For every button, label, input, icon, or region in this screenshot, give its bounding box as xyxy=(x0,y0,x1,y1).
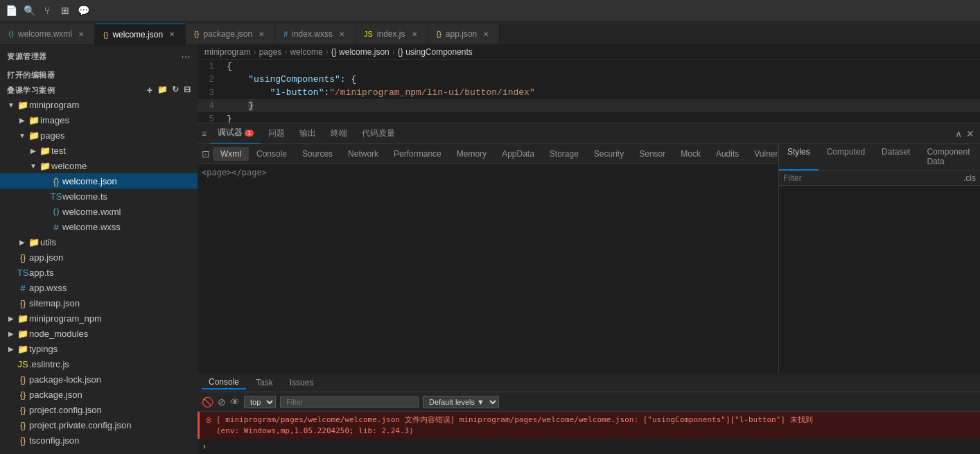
tab-label: welcome.wxml xyxy=(18,29,72,39)
project-label[interactable]: 叠课学习案例 + 📁 ↻ ⊟ xyxy=(0,82,198,97)
tab-console[interactable]: Console xyxy=(249,147,295,161)
tab-index-wxss[interactable]: # index.wxss ✕ xyxy=(275,24,356,44)
tab-storage[interactable]: Storage xyxy=(542,147,586,161)
tree-item-test[interactable]: ▶ 📁 test xyxy=(0,143,198,158)
tab-close-app-json[interactable]: ✕ xyxy=(481,29,491,39)
extensions-icon[interactable]: ⊞ xyxy=(60,5,71,16)
tab-memory[interactable]: Memory xyxy=(449,147,494,161)
clear-console-icon[interactable]: 🚫 xyxy=(202,396,213,408)
devtools-left-panel: ⊡ Wxml Console Sources Network Performan… xyxy=(198,144,779,373)
devtools-top-area: ⊡ Wxml Console Sources Network Performan… xyxy=(198,144,980,373)
folder-icon: 📁 xyxy=(17,100,29,110)
collapse-panel-icon[interactable]: ∧ xyxy=(955,128,962,139)
breadcrumb-part[interactable]: miniprogram xyxy=(204,47,251,57)
console-filter-input[interactable] xyxy=(280,396,419,408)
breadcrumb-part[interactable]: {} welcome.json xyxy=(331,47,390,57)
tree-item-project-private-config-json[interactable]: ▶ {} project.private.config.json xyxy=(0,417,198,433)
tab-close-package-json[interactable]: ✕ xyxy=(256,29,266,39)
collapse-icon[interactable]: ⊟ xyxy=(184,85,191,96)
tree-item-utils[interactable]: ▶ 📁 utils xyxy=(0,234,198,250)
devtools-tab-output[interactable]: 输出 xyxy=(292,123,324,144)
tab-app-json[interactable]: {} app.json ✕ xyxy=(428,24,500,44)
devtools-tab-terminal[interactable]: 终端 xyxy=(324,123,355,144)
tab-mock[interactable]: Mock xyxy=(673,147,708,161)
breadcrumb-sep: › xyxy=(254,47,256,57)
style-filter-input[interactable] xyxy=(783,173,963,183)
tree-item-eslintrc[interactable]: ▶ JS .eslintrc.js xyxy=(0,356,198,372)
tree-item-welcome-ts[interactable]: ▶ TS welcome.ts xyxy=(0,189,198,204)
tree-item-tsconfig-json[interactable]: ▶ {} tsconfig.json xyxy=(0,433,198,448)
folder-add-icon[interactable]: 📁 xyxy=(157,85,168,96)
console-area: Console Task Issues 🚫 ⊘ 👁 top Default le… xyxy=(198,373,980,454)
tab-component-data[interactable]: Component Data xyxy=(918,144,980,171)
file-icon[interactable]: 📄 xyxy=(6,5,17,16)
breadcrumb-sep: › xyxy=(284,47,287,57)
tab-appdata[interactable]: AppData xyxy=(494,147,542,161)
tree-item-miniprogram-npm[interactable]: ▶ 📁 miniprogram_npm xyxy=(0,311,198,326)
tab-package-json[interactable]: {} package.json ✕ xyxy=(186,24,275,44)
level-select[interactable]: Default levels ▼ xyxy=(423,396,499,408)
tree-item-images[interactable]: ▶ 📁 images xyxy=(0,112,198,128)
tree-item-welcome[interactable]: ▼ 📁 welcome xyxy=(0,158,198,173)
tree-item-welcome-json[interactable]: ▶ {} welcome.json xyxy=(0,173,198,189)
tab-close-index-js[interactable]: ✕ xyxy=(410,29,419,39)
tab-index-js[interactable]: JS index.js ✕ xyxy=(356,24,428,44)
tree-item-project-config-json[interactable]: ▶ {} project.config.json xyxy=(0,402,198,417)
console-tab-issues[interactable]: Issues xyxy=(283,376,321,389)
devtools-tab-issues[interactable]: 问题 xyxy=(261,123,292,144)
tab-audits[interactable]: Audits xyxy=(708,147,746,161)
devtools-top-tab-icon[interactable]: ≡ xyxy=(198,129,211,139)
cls-button[interactable]: .cls xyxy=(963,173,976,183)
devtools-tab-debugger[interactable]: 调试器 1 xyxy=(211,123,261,144)
tab-welcome-wxml[interactable]: ⟨⟩ welcome.wxml ✕ xyxy=(0,24,95,44)
tab-performance[interactable]: Performance xyxy=(386,147,449,161)
tree-item-app-ts[interactable]: ▶ TS app.ts xyxy=(0,265,198,280)
close-panel-icon[interactable]: ✕ xyxy=(966,128,974,139)
source-control-icon[interactable]: ⑂ xyxy=(42,5,53,16)
tree-item-miniprogram[interactable]: ▼ 📁 miniprogram xyxy=(0,97,198,112)
tab-welcome-json[interactable]: {} welcome.json ✕ xyxy=(95,24,186,44)
tree-item-app-wxss[interactable]: ▶ # app.wxss xyxy=(0,280,198,295)
console-tab-console[interactable]: Console xyxy=(202,376,246,390)
tab-close-index-wxss[interactable]: ✕ xyxy=(337,29,347,39)
tab-security[interactable]: Security xyxy=(586,147,631,161)
wechat-icon[interactable]: 💬 xyxy=(78,5,89,16)
tab-sensor[interactable]: Sensor xyxy=(631,147,673,161)
sidebar: 资源管理器 ··· 打开的编辑器 叠课学习案例 + 📁 ↻ ⊟ ▼ 📁 mi xyxy=(0,45,198,454)
devtools-tab-code-quality[interactable]: 代码质量 xyxy=(355,123,403,144)
tab-network[interactable]: Network xyxy=(340,147,386,161)
folder-icon: 📁 xyxy=(28,237,40,247)
tree-item-sitemap-json[interactable]: ▶ {} sitemap.json xyxy=(0,295,198,311)
tab-vulnerability[interactable]: Vulnerability xyxy=(746,147,779,161)
console-settings-icon[interactable]: ⊘ xyxy=(218,396,226,408)
console-tab-task[interactable]: Task xyxy=(249,376,280,389)
tree-item-welcome-wxss[interactable]: ▶ # welcome.wxss xyxy=(0,219,198,234)
breadcrumb-part[interactable]: pages xyxy=(259,47,282,57)
tab-dataset[interactable]: Dataset xyxy=(873,144,918,171)
tree-item-welcome-wxml[interactable]: ▶ ⟨⟩ welcome.wxml xyxy=(0,204,198,219)
code-editor[interactable]: 1 { 2 "usingComponents": { 3 "l-button":… xyxy=(198,60,980,123)
more-icon[interactable]: ··· xyxy=(182,51,191,62)
tree-item-app-json[interactable]: ▶ {} app.json xyxy=(0,250,198,265)
devtools-actions: ∧ ✕ xyxy=(955,128,980,139)
expand-arrow: ▶ xyxy=(28,147,39,155)
tree-item-package-json[interactable]: ▶ {} package.json xyxy=(0,387,198,402)
tree-item-node-modules[interactable]: ▶ 📁 node_modules xyxy=(0,326,198,341)
tab-computed[interactable]: Computed xyxy=(819,144,873,171)
search-icon[interactable]: 🔍 xyxy=(24,5,35,16)
tree-item-pages[interactable]: ▼ 📁 pages xyxy=(0,128,198,143)
tab-close-welcome-wxml[interactable]: ✕ xyxy=(76,29,86,39)
tree-item-typings[interactable]: ▶ 📁 typings xyxy=(0,341,198,356)
tab-sources[interactable]: Sources xyxy=(295,147,340,161)
tab-styles[interactable]: Styles xyxy=(779,144,819,171)
refresh-icon[interactable]: ↻ xyxy=(172,85,180,96)
eye-icon[interactable]: 👁 xyxy=(230,396,240,408)
tab-wxml[interactable]: Wxml xyxy=(213,147,249,161)
tree-item-package-lock-json[interactable]: ▶ {} package-lock.json xyxy=(0,372,198,387)
inspect-icon[interactable]: ⊡ xyxy=(202,148,210,159)
add-icon[interactable]: + xyxy=(147,85,153,96)
breadcrumb-part[interactable]: {} usingComponents xyxy=(398,47,473,57)
breadcrumb-part[interactable]: welcome xyxy=(290,47,322,57)
tab-close-welcome-json[interactable]: ✕ xyxy=(167,30,177,40)
context-select[interactable]: top xyxy=(244,396,276,408)
